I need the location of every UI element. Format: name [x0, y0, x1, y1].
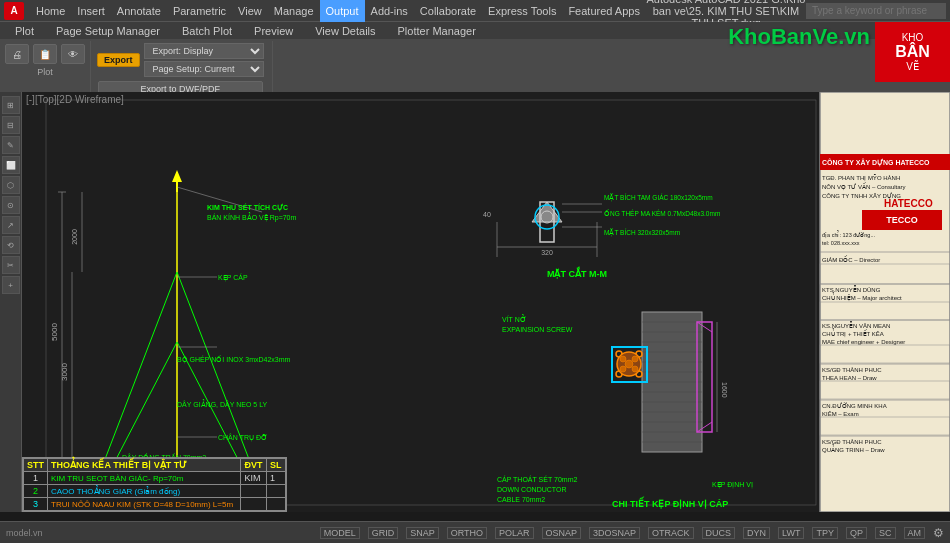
- svg-text:3000: 3000: [60, 363, 69, 381]
- svg-text:MẶT BÍCH 320x320x5mm: MẶT BÍCH 320x320x5mm: [604, 228, 680, 237]
- export-button[interactable]: Export: [97, 53, 140, 67]
- bottom-table: STT THOẢNG KẾA THIẾT BỊ VẬT TƯ ĐVT SL 1 …: [22, 457, 287, 512]
- menu-annotate[interactable]: Annotate: [111, 0, 167, 22]
- status-lwt-btn[interactable]: LWT: [778, 527, 804, 539]
- svg-text:5000: 5000: [50, 323, 59, 341]
- svg-text:tel: 028.xxx.xxx: tel: 028.xxx.xxx: [822, 240, 860, 246]
- svg-text:KIM THU SÉT TÍCH CỰC: KIM THU SÉT TÍCH CỰC: [207, 203, 288, 212]
- status-model-btn[interactable]: MODEL: [320, 527, 360, 539]
- svg-text:2000: 2000: [71, 229, 78, 245]
- table-header-stt: STT: [24, 459, 48, 472]
- plot-label: Plot: [37, 67, 53, 77]
- ribbon-tab-pagesetup[interactable]: Page Setup Manager: [45, 22, 171, 39]
- svg-text:CÁP THOÁT SÉT 70mm2: CÁP THOÁT SÉT 70mm2: [497, 475, 578, 483]
- menu-collaborate[interactable]: Collaborate: [414, 0, 482, 22]
- svg-text:CABLE 70mm2: CABLE 70mm2: [497, 496, 545, 503]
- canvas-area[interactable]: [-][Top][2D Wireframe] 5000 3000: [22, 92, 950, 512]
- logo-main: BÂN: [895, 43, 930, 61]
- ribbon-tab-plot[interactable]: Plot: [4, 22, 45, 39]
- toolbar-btn-2[interactable]: ⊟: [2, 116, 20, 134]
- table-header-sl: SL: [267, 459, 286, 472]
- menu-express[interactable]: Express Tools: [482, 0, 562, 22]
- ribbon-tab-viewdetails[interactable]: View Details: [304, 22, 386, 39]
- toolbar-btn-5[interactable]: ⬡: [2, 176, 20, 194]
- svg-point-71: [632, 356, 638, 362]
- status-tpy-btn[interactable]: TPY: [812, 527, 838, 539]
- export-display-select[interactable]: Export: Display: [144, 43, 264, 59]
- status-otrack-btn[interactable]: OTRACK: [648, 527, 694, 539]
- menu-parametric[interactable]: Parametric: [167, 0, 232, 22]
- status-am-btn[interactable]: AM: [904, 527, 926, 539]
- toolbar-btn-10[interactable]: +: [2, 276, 20, 294]
- svg-point-73: [632, 366, 638, 372]
- svg-text:CÔNG TY XÂY DỰNG HATECCO: CÔNG TY XÂY DỰNG HATECCO: [822, 158, 930, 167]
- batch-plot-icon[interactable]: 📋: [33, 44, 57, 64]
- svg-text:THEA HEAN – Draw: THEA HEAN – Draw: [822, 375, 877, 381]
- menu-insert[interactable]: Insert: [71, 0, 111, 22]
- svg-text:KIÊM – Exam: KIÊM – Exam: [822, 410, 859, 417]
- status-polar-btn[interactable]: POLAR: [495, 527, 534, 539]
- svg-text:VÍT NỞ: VÍT NỞ: [502, 314, 526, 323]
- toolbar-btn-8[interactable]: ⟲: [2, 236, 20, 254]
- status-osnap-btn[interactable]: OSNAP: [542, 527, 582, 539]
- logo-bottom: VẼ: [906, 61, 919, 72]
- ribbon-tab-plottermanager[interactable]: Plotter Manager: [387, 22, 487, 39]
- svg-text:CHÂN TRỤ ĐỠ: CHÂN TRỤ ĐỠ: [218, 433, 267, 442]
- status-ortho-btn[interactable]: ORTHO: [447, 527, 487, 539]
- status-snap-btn[interactable]: SNAP: [406, 527, 439, 539]
- menu-addins[interactable]: Add-ins: [365, 0, 414, 22]
- preview-icon[interactable]: 👁: [61, 44, 85, 64]
- toolbar-btn-4[interactable]: ⬜: [2, 156, 20, 174]
- logo-box: KHO BÂN VẼ: [875, 22, 950, 82]
- svg-text:ỐNG THÉP MA KÉM 0.7MxD48x3.0mm: ỐNG THÉP MA KÉM 0.7MxD48x3.0mm: [604, 209, 720, 217]
- status-model: model.vn: [6, 528, 43, 538]
- drawing-svg: 5000 3000 2000 KIM THU SÉT TÍCH CỰC BÁN …: [22, 92, 950, 512]
- ribbon-tab-batch[interactable]: Batch Plot: [171, 22, 243, 39]
- svg-text:KẸP ĐỊNH VỊ: KẸP ĐỊNH VỊ: [712, 481, 753, 489]
- svg-text:DOWN CONDUCTOR: DOWN CONDUCTOR: [497, 486, 566, 493]
- status-sc-btn[interactable]: SC: [875, 527, 896, 539]
- toolbar-btn-9[interactable]: ✂: [2, 256, 20, 274]
- svg-text:GIÁM ĐỐC – Director: GIÁM ĐỐC – Director: [822, 255, 880, 263]
- menu-output[interactable]: Output: [320, 0, 365, 22]
- status-qp-btn[interactable]: QP: [846, 527, 867, 539]
- svg-text:KS/GĐ THÀNH PHUC: KS/GĐ THÀNH PHUC: [822, 439, 882, 445]
- svg-text:40: 40: [483, 211, 491, 218]
- svg-text:KẸP CÁP: KẸP CÁP: [218, 273, 248, 282]
- svg-point-72: [620, 366, 626, 372]
- toolbar-btn-1[interactable]: ⊞: [2, 96, 20, 114]
- menu-home[interactable]: Home: [30, 0, 71, 22]
- status-ducs-btn[interactable]: DUCS: [702, 527, 736, 539]
- svg-text:KTS.NGUYỄN DÙNG: KTS.NGUYỄN DÙNG: [822, 285, 881, 293]
- table-row: 1 KIM TRU SEOT BÀN GIÁC- Rp=70m KIM 1: [24, 472, 286, 485]
- status-grid-btn[interactable]: GRID: [368, 527, 399, 539]
- status-gear-icon[interactable]: ⚙: [933, 526, 944, 540]
- toolbar-btn-6[interactable]: ⊙: [2, 196, 20, 214]
- ribbon-tab-preview[interactable]: Preview: [243, 22, 304, 39]
- menu-bar: A Home Insert Annotate Parametric View M…: [0, 0, 950, 22]
- menu-manage[interactable]: Manage: [268, 0, 320, 22]
- svg-text:TGĐ. PHAN THỊ MỸO HÀNH: TGĐ. PHAN THỊ MỸO HÀNH: [822, 174, 900, 182]
- svg-rect-0: [22, 92, 950, 512]
- logo-top: KHO: [902, 32, 924, 43]
- toolbar-btn-3[interactable]: ✎: [2, 136, 20, 154]
- svg-text:MAE chief engineer + Designer: MAE chief engineer + Designer: [822, 339, 905, 345]
- menu-featured[interactable]: Featured Apps: [562, 0, 646, 22]
- svg-point-70: [620, 356, 626, 362]
- menu-view[interactable]: View: [232, 0, 268, 22]
- svg-text:EXPAINSION SCREW: EXPAINSION SCREW: [502, 326, 573, 333]
- table-row: 3 TRUI NÔÔ NAAU KIM (STK D=48 D=10mm) L=…: [24, 498, 286, 511]
- status-3dosnap-btn[interactable]: 3DOSNAP: [589, 527, 640, 539]
- svg-text:320: 320: [541, 249, 553, 256]
- search-input[interactable]: [806, 3, 946, 19]
- status-dyn-btn[interactable]: DYN: [743, 527, 770, 539]
- svg-text:TECCO: TECCO: [886, 215, 918, 225]
- svg-text:NÔN VỌ TƯ VẤN – Consultary: NÔN VỌ TƯ VẤN – Consultary: [822, 182, 906, 191]
- app-logo: A: [4, 2, 24, 20]
- page-setup-select[interactable]: Page Setup: Current: [144, 61, 264, 77]
- svg-text:BÁN KÍNH BẢO VỆ Rp=70m: BÁN KÍNH BẢO VỆ Rp=70m: [207, 212, 297, 222]
- toolbar-btn-7[interactable]: ↗: [2, 216, 20, 234]
- plot-icon[interactable]: 🖨: [5, 44, 29, 64]
- table-header-name: THOẢNG KẾA THIẾT BỊ VẬT TƯ: [48, 459, 241, 472]
- svg-point-69: [625, 360, 633, 368]
